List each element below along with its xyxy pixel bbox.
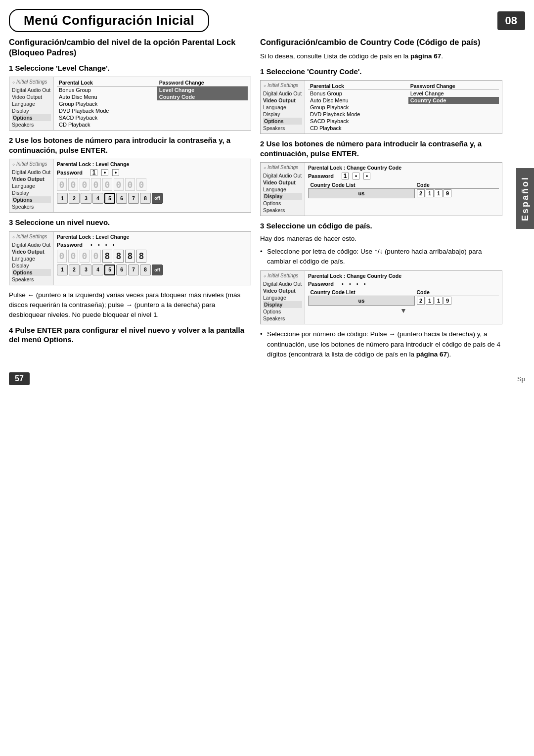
screen5-main: Parental Lock : Change Country Code Pass… — [305, 163, 502, 216]
screen2-seg-row: 0 0 0 0 0 0 0 0 — [57, 178, 248, 191]
sidebar1-item-disp: Display — [12, 107, 51, 114]
screen1-main: Parental Lock Password Change Bonus Grou… — [54, 77, 251, 130]
screen1: ⬦ Initial Settings Digital Audio Out Vid… — [9, 77, 251, 131]
screen1-col2-header: Password Change — [157, 79, 248, 87]
screen1-sidebar-title: ⬦ Initial Settings — [12, 79, 51, 85]
screen5-sidebar: ⬦ Initial Settings Digital Audio Out Vid… — [261, 163, 305, 216]
sidebar1-item-spk: Speakers — [12, 121, 51, 128]
screen6: ⬦ Initial Settings Digital Audio Out Vid… — [260, 270, 502, 324]
step1-right-heading: 1 Seleccione 'Country Code'. — [260, 67, 502, 77]
screen1-sacd: SACD Playback — [57, 114, 157, 121]
screen5: ⬦ Initial Settings Digital Audio Out Vid… — [260, 162, 502, 216]
is-icon2: ⬦ — [12, 161, 15, 167]
step2-left-heading: 2 Use los botones de número para introdu… — [9, 135, 251, 155]
body1-text: Pulse ← (puntero a la izquierda) varias … — [9, 290, 251, 320]
screen1-menu-table: Parental Lock Password Change Bonus Grou… — [57, 79, 248, 128]
right-column: Configuración/cambio de Country Code (Có… — [260, 37, 502, 362]
step3-left-heading: 3 Seleccione un nivel nuevo. — [9, 218, 251, 227]
screen1-groupplay: Group Playback — [57, 100, 157, 107]
main-content: Configuración/cambio del nivel de la opc… — [0, 37, 534, 362]
screen6-main: Parental Lock : Change Country Code Pass… — [305, 271, 502, 324]
screen4-main: Parental Lock Password Change Bonus Grou… — [305, 81, 502, 133]
page-header: Menú Configuración Inicial 08 — [9, 9, 525, 32]
screen6-sidebar: ⬦ Initial Settings Digital Audio Out Vid… — [261, 271, 305, 324]
screen3-sidebar: ⬦ Initial Settings Digital Audio Out Vid… — [9, 232, 54, 285]
screen1-autodisc: Auto Disc Menu — [57, 93, 157, 100]
screen2-sidebar: ⬦ Initial Settings Digital Audio Out Vid… — [9, 159, 54, 212]
screen2-password-row: Password 1 • • — [57, 169, 248, 176]
screen3: ⬦ Initial Settings Digital Audio Out Vid… — [9, 231, 251, 285]
bullet2: Seleccione por número de código: Pulse →… — [260, 329, 502, 359]
sidebar1-item-lang: Language — [12, 100, 51, 107]
espanol-label: Español — [516, 168, 534, 229]
screen3-main: Parental Lock : Level Change Password • … — [54, 232, 251, 285]
screen1-levelchange: Level Change — [157, 87, 248, 94]
step4-left-heading: 4 Pulse ENTER para configurar el nivel n… — [9, 325, 251, 345]
sidebar1-item-vo: Video Output — [12, 93, 51, 100]
screen1-dvdmode: DVD Playback Mode — [57, 107, 157, 114]
body-intro: Si lo desea, consulte Lista de código de… — [260, 51, 502, 61]
section2-heading: Configuración/cambio de Country Code (Có… — [260, 37, 502, 47]
step2-right-heading: 2 Use los botones de número para introdu… — [260, 139, 502, 158]
screen2-sidebar-title: ⬦ Initial Settings — [12, 161, 51, 167]
page-sp-label: Sp — [517, 375, 525, 383]
step1-left-heading: 1 Seleccione 'Level Change'. — [9, 63, 251, 73]
screen1-cd: CD Playback — [57, 121, 157, 128]
page-title: Menú Configuración Inicial — [9, 9, 209, 32]
sidebar1-item-opt: Options — [12, 114, 51, 121]
screen1-col1-header: Parental Lock — [57, 79, 157, 87]
screen1-sidebar: ⬦ Initial Settings Digital Audio Out Vid… — [9, 77, 54, 130]
bullet-list: Seleccione por letra de código: Use ↑/↓ … — [260, 247, 502, 267]
page-number-bottom: 57 — [9, 372, 30, 385]
screen4-sidebar: ⬦ Initial Settings Digital Audio Out Vid… — [261, 81, 305, 133]
screen1-countrycode: Country Code — [157, 93, 248, 100]
screen2-num-buttons: 1 2 3 4 5 6 7 8 off — [57, 193, 248, 204]
page-number: 08 — [497, 11, 525, 30]
screen2-main: Parental Lock : Level Change Password 1 … — [54, 159, 251, 212]
section1-heading: Configuración/cambio del nivel de la opc… — [9, 37, 251, 58]
body2-text: Hay dos maneras de hacer esto. — [260, 234, 502, 244]
arrow-down-icon: ▼ — [308, 307, 499, 314]
screen1-bonus: Bonus Group — [57, 87, 157, 94]
left-column: Configuración/cambio del nivel de la opc… — [9, 37, 251, 362]
is-icon: ⬦ — [12, 79, 15, 85]
screen4: ⬦ Initial Settings Digital Audio Out Vid… — [260, 80, 502, 134]
screen3-sidebar-title: ⬦ Initial Settings — [12, 234, 51, 239]
page-bottom: 57 Sp — [0, 367, 534, 389]
bullet1: Seleccione por letra de código: Use ↑/↓ … — [260, 247, 502, 267]
screen2-parental-label: Parental Lock : Level Change — [57, 161, 248, 167]
screen2: ⬦ Initial Settings Digital Audio Out Vid… — [9, 159, 251, 213]
sidebar1-item-dao: Digital Audio Out — [12, 87, 51, 93]
step3-right-heading: 3 Seleccione un código de país. — [260, 221, 502, 231]
